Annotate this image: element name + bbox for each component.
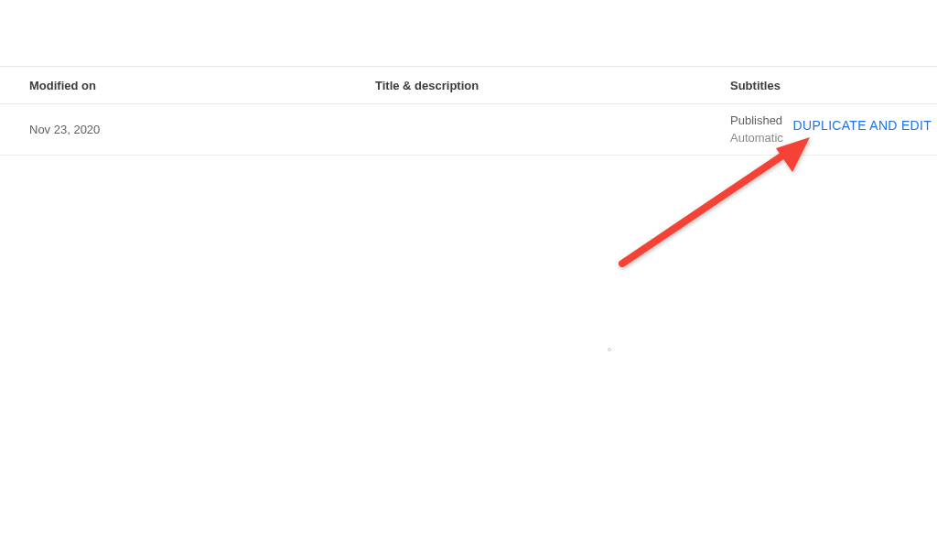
- cell-modified-on: Nov 23, 2020: [29, 123, 375, 136]
- row-action: Duplicate and Edit: [793, 117, 932, 134]
- decorative-dot: [608, 348, 611, 351]
- column-header-modified: Modified on: [29, 79, 375, 92]
- column-header-subtitles: Subtitles: [730, 79, 937, 92]
- column-header-title: Title & description: [375, 79, 730, 92]
- svg-line-0: [622, 146, 796, 264]
- table-header-row: Modified on Title & description Subtitle…: [0, 66, 937, 104]
- duplicate-and-edit-button[interactable]: Duplicate and Edit: [793, 118, 932, 133]
- subtitles-table: Modified on Title & description Subtitle…: [0, 66, 937, 156]
